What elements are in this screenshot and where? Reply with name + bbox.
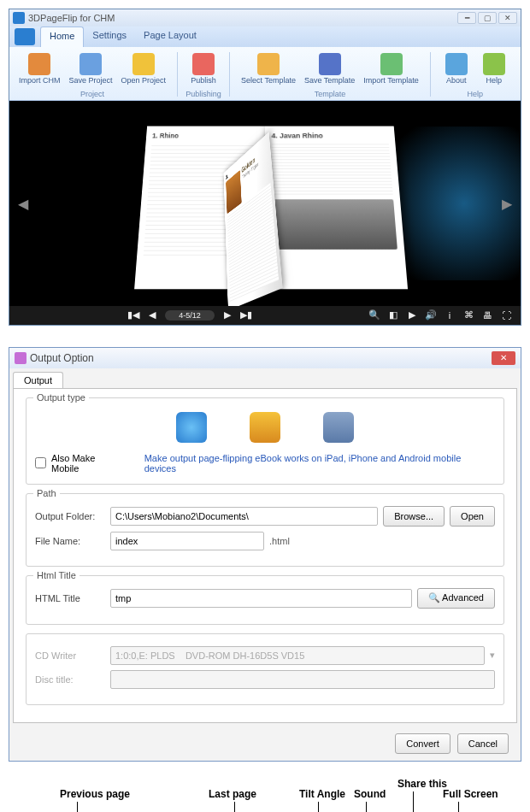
about-icon: [445, 53, 468, 75]
dialog-title: Output Option: [30, 352, 492, 364]
group-label-template: Template: [315, 90, 346, 98]
play-button[interactable]: ▶: [406, 309, 418, 321]
callout-full: Full Screen: [443, 788, 498, 800]
ribbon-group-project: Import CHM Save Project Open Project Pro…: [15, 50, 170, 98]
output-folder-label: Output Folder:: [35, 511, 105, 521]
file-name-label: File Name:: [35, 536, 105, 546]
next-page-arrow[interactable]: ▶: [498, 191, 515, 215]
output-exe-icon[interactable]: [323, 412, 354, 443]
output-folder-input[interactable]: [110, 507, 378, 526]
disc-title-input: [110, 670, 495, 689]
dialog-tabs: Output: [9, 368, 521, 388]
flipbook-preview: ◀ ▶ 1. Rhino 4. Javan Rhino 3. Golden Ta…: [9, 101, 521, 306]
disc-title-label: Disc title:: [35, 674, 105, 685]
mobile-note: Make output page-flipping eBook works on…: [144, 453, 495, 474]
group-label-publishing: Publishing: [186, 90, 221, 98]
save-template-icon: [319, 53, 341, 75]
first-page-button[interactable]: ▮◀: [127, 309, 139, 321]
about-toolbar-button[interactable]: i: [444, 309, 456, 321]
tab-page-layout[interactable]: Page Layout: [135, 26, 205, 47]
select-template-icon: [257, 53, 280, 75]
help-icon: [483, 53, 505, 75]
rhino-image: [272, 199, 398, 250]
viewer-toolbar: ▮◀ ◀ 4-5/12 ▶ ▶▮ 🔍 ◧ ▶ 🔊 i ⌘ 🖶 ⛶: [9, 306, 521, 325]
prev-page-arrow[interactable]: ◀: [15, 191, 32, 215]
main-window: 3DPageFlip for CHM ━ ▢ ✕ Home Settings P…: [9, 9, 521, 326]
cd-group: CD Writer ▾ Disc title:: [26, 633, 504, 705]
html-title-label: HTML Title: [35, 593, 105, 603]
ribbon-group-template: Select Template Save Template Import Tem…: [237, 50, 423, 98]
dialog-close-button[interactable]: ✕: [492, 351, 515, 365]
open-folder-button[interactable]: Open: [450, 506, 495, 527]
tab-home[interactable]: Home: [40, 26, 84, 47]
dialog-icon: [15, 352, 26, 364]
convert-button[interactable]: Convert: [395, 733, 450, 754]
callout-tilt: Tilt Angle: [299, 788, 345, 800]
browse-button[interactable]: Browse...: [383, 506, 445, 527]
import-chm-button[interactable]: Import CHM: [15, 50, 65, 88]
group-label-help: Help: [467, 90, 483, 98]
next-page-button[interactable]: ▶: [221, 309, 233, 321]
publish-icon: [192, 53, 215, 75]
save-template-button[interactable]: Save Template: [300, 50, 359, 88]
group-label-project: Project: [80, 90, 104, 98]
output-html-icon[interactable]: [176, 412, 207, 443]
select-template-button[interactable]: Select Template: [237, 50, 300, 88]
fullscreen-button[interactable]: ⛶: [500, 309, 512, 321]
output-option-dialog: Output Option ✕ Output Output type Also …: [9, 347, 521, 762]
publish-button[interactable]: Publish: [185, 50, 222, 88]
zoom-in-button[interactable]: 🔍: [368, 309, 380, 321]
callout-last: Last page: [209, 788, 256, 800]
ribbon: Import CHM Save Project Open Project Pro…: [9, 47, 521, 101]
share-button[interactable]: ⌘: [462, 309, 474, 321]
menu-logo[interactable]: [15, 28, 35, 45]
cancel-button[interactable]: Cancel: [457, 733, 509, 754]
last-page-button[interactable]: ▶▮: [240, 309, 252, 321]
ribbon-group-help: About Help Help: [438, 50, 513, 98]
import-template-icon: [380, 53, 403, 75]
file-name-input[interactable]: [110, 532, 264, 550]
ribbon-group-publishing: Publish Publishing: [185, 50, 222, 98]
close-button[interactable]: ✕: [498, 12, 517, 24]
callout-prev: Previous page: [60, 788, 130, 800]
cd-writer-select: [110, 646, 485, 665]
callout-share: Share this: [398, 778, 447, 790]
callout-sound: Sound: [354, 788, 386, 800]
about-button[interactable]: About: [438, 50, 475, 88]
import-chm-icon: [28, 53, 50, 75]
also-make-mobile-checkbox[interactable]: [35, 457, 46, 468]
also-make-mobile-label: Also Make Mobile: [51, 453, 126, 474]
titlebar: 3DPageFlip for CHM ━ ▢ ✕: [9, 9, 521, 26]
toolbar-legend: Previous page Last page Tilt Angle Sound…: [9, 783, 521, 812]
help-button[interactable]: Help: [475, 50, 513, 88]
open-project-button[interactable]: Open Project: [117, 50, 171, 88]
tab-settings[interactable]: Settings: [84, 26, 135, 47]
save-project-icon: [80, 53, 102, 75]
output-zip-icon[interactable]: [250, 412, 280, 443]
app-icon: [13, 12, 25, 24]
import-template-button[interactable]: Import Template: [359, 50, 422, 88]
sound-button[interactable]: 🔊: [425, 309, 437, 321]
save-project-button[interactable]: Save Project: [65, 50, 117, 88]
book-page-right[interactable]: 4. Javan Rhino: [265, 126, 408, 289]
prev-page-button[interactable]: ◀: [146, 309, 158, 321]
output-type-group: Output type Also Make Mobile Make output…: [26, 397, 504, 485]
path-group: Path Output Folder: Browse... Open File …: [26, 493, 504, 567]
window-title: 3DPageFlip for CHM: [28, 13, 457, 23]
minimize-button[interactable]: ━: [457, 12, 476, 24]
page-indicator: 4-5/12: [165, 310, 215, 321]
advanced-button[interactable]: 🔍 Advanced: [417, 588, 495, 609]
tilt-angle-button[interactable]: ◧: [387, 309, 399, 321]
open-project-icon: [132, 53, 155, 75]
print-button[interactable]: 🖶: [481, 309, 493, 321]
dialog-titlebar: Output Option ✕: [9, 348, 521, 368]
html-title-group: Html Title HTML Title 🔍 Advanced: [26, 575, 504, 625]
cd-writer-label: CD Writer: [35, 650, 105, 661]
maximize-button[interactable]: ▢: [478, 12, 497, 24]
html-title-input[interactable]: [110, 589, 412, 608]
file-ext-label: .html: [269, 536, 290, 546]
tab-output[interactable]: Output: [13, 372, 63, 388]
menu-tabs: Home Settings Page Layout: [9, 26, 521, 47]
